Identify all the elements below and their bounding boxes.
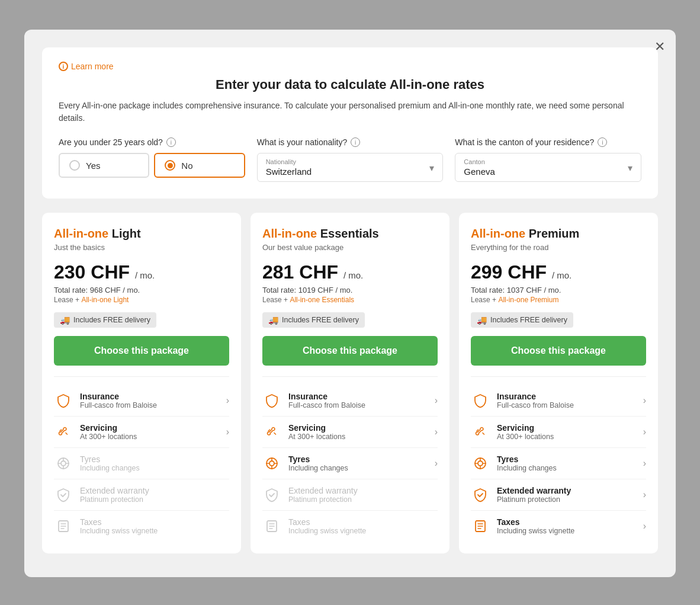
- form-row: Are you under 25 years old? i Yes No: [59, 137, 641, 182]
- feature-text: Extended warranty Platinum protection: [80, 486, 222, 504]
- feature-chevron-icon: ›: [435, 458, 438, 469]
- feature-desc: Including changes: [288, 464, 428, 472]
- close-button[interactable]: ✕: [654, 40, 665, 53]
- canton-dropdown-icon: ▾: [628, 162, 632, 173]
- feature-desc: Full-casco from Baloise: [288, 401, 428, 409]
- canton-select-label: Canton: [464, 158, 632, 165]
- delivery-truck-icon: 🚚: [477, 315, 487, 325]
- nationality-select-label: Nationality: [266, 158, 435, 165]
- feature-item[interactable]: Insurance Full-casco from Baloise ›: [471, 385, 646, 417]
- delivery-truck-icon: 🚚: [268, 315, 278, 325]
- feature-name: Servicing: [497, 423, 636, 433]
- delivery-badge: 🚚 Includes FREE delivery: [54, 312, 156, 328]
- yes-radio-circle: [69, 160, 80, 171]
- package-price: 230 CHF / mo.: [54, 261, 229, 283]
- choose-package-button[interactable]: Choose this package: [54, 336, 229, 366]
- feature-text: Servicing At 300+ locations: [80, 423, 219, 441]
- yes-label: Yes: [86, 161, 100, 171]
- divider: [471, 376, 646, 377]
- package-title: All-in-one Premium: [471, 227, 646, 241]
- lease-label: Lease + All-in-one Light: [54, 296, 229, 304]
- feature-chevron-icon: ›: [643, 458, 646, 469]
- feature-item[interactable]: Servicing At 300+ locations ›: [54, 417, 229, 448]
- canton-select[interactable]: Canton Geneva ▾: [455, 153, 641, 182]
- learn-more-label: Learn more: [71, 62, 114, 71]
- feature-icon-4: [54, 517, 73, 536]
- feature-text: Taxes Including swiss vignette: [80, 517, 222, 535]
- package-price: 299 CHF / mo.: [471, 261, 646, 283]
- data-section: i Learn more Enter your data to calculat…: [42, 47, 658, 199]
- feature-text: Taxes Including swiss vignette: [288, 517, 431, 535]
- lease-link: All-in-one Essentials: [290, 296, 354, 304]
- no-option[interactable]: No: [154, 153, 245, 178]
- age-group: Are you under 25 years old? i Yes No: [59, 137, 245, 178]
- nationality-label: What is your nationality? i: [257, 137, 444, 147]
- feature-name: Insurance: [80, 392, 219, 401]
- feature-item[interactable]: Insurance Full-casco from Baloise ›: [54, 385, 229, 417]
- feature-name: Servicing: [288, 423, 428, 433]
- modal-description: Every All-in-one package includes compre…: [59, 100, 641, 124]
- feature-name: Extended warranty: [288, 486, 431, 495]
- total-rate: Total rate: 1019 CHF / mo.: [262, 286, 438, 295]
- age-info-icon[interactable]: i: [166, 137, 176, 147]
- choose-package-button[interactable]: Choose this package: [262, 336, 438, 366]
- feature-text: Extended warranty Platinum protection: [497, 486, 636, 504]
- feature-desc: Including swiss vignette: [288, 527, 431, 535]
- feature-name: Tyres: [497, 454, 636, 464]
- delivery-text: Includes FREE delivery: [282, 316, 359, 324]
- age-radio-group: Yes No: [59, 153, 245, 178]
- nationality-info-icon[interactable]: i: [351, 137, 360, 147]
- package-subtitle: Everything for the road: [471, 243, 646, 252]
- delivery-badge: 🚚 Includes FREE delivery: [471, 312, 573, 328]
- total-rate: Total rate: 1037 CHF / mo.: [471, 286, 646, 295]
- nationality-select[interactable]: Nationality Switzerland ▾: [257, 153, 444, 182]
- feature-item[interactable]: Taxes Including swiss vignette ›: [471, 511, 646, 542]
- feature-item[interactable]: Insurance Full-casco from Baloise ›: [262, 385, 438, 417]
- feature-item[interactable]: Servicing At 300+ locations ›: [262, 417, 438, 448]
- feature-icon-2: [262, 454, 281, 473]
- feature-chevron-icon: ›: [226, 395, 229, 406]
- delivery-badge: 🚚 Includes FREE delivery: [262, 312, 365, 328]
- nationality-dropdown-icon: ▾: [429, 162, 434, 173]
- feature-text: Insurance Full-casco from Baloise: [497, 392, 636, 409]
- no-radio-circle: [165, 160, 175, 171]
- feature-desc: Including changes: [80, 464, 222, 472]
- info-circle-icon: i: [59, 62, 68, 71]
- modal-title: Enter your data to calculate All-in-one …: [59, 77, 641, 92]
- canton-info-icon[interactable]: i: [598, 137, 607, 147]
- nationality-select-value: Switzerland: [266, 167, 435, 177]
- delivery-text: Includes FREE delivery: [490, 316, 567, 324]
- feature-text: Insurance Full-casco from Baloise: [80, 392, 219, 409]
- feature-icon-0: [54, 391, 73, 410]
- svg-point-7: [478, 461, 483, 466]
- feature-item[interactable]: Servicing At 300+ locations ›: [471, 417, 646, 448]
- feature-icon-3: [262, 485, 281, 504]
- feature-name: Servicing: [80, 423, 219, 433]
- feature-item: Taxes Including swiss vignette: [262, 511, 438, 542]
- price-unit: / mo.: [552, 270, 571, 280]
- feature-icon-1: [262, 422, 281, 441]
- packages-row: All-in-one Light Just the basics 230 CHF…: [42, 213, 658, 553]
- feature-name: Tyres: [288, 454, 428, 464]
- yes-option[interactable]: Yes: [59, 153, 149, 178]
- feature-text: Insurance Full-casco from Baloise: [288, 392, 428, 409]
- nationality-group: What is your nationality? i Nationality …: [257, 137, 444, 182]
- choose-package-button[interactable]: Choose this package: [471, 336, 646, 366]
- feature-icon-2: [54, 454, 73, 473]
- package-title-highlight: All-in-one: [471, 227, 525, 240]
- feature-chevron-icon: ›: [435, 395, 438, 406]
- package-title-highlight: All-in-one: [262, 227, 317, 240]
- feature-chevron-icon: ›: [643, 521, 646, 532]
- package-title-highlight: All-in-one: [54, 227, 108, 240]
- feature-desc: Platinum protection: [288, 495, 431, 504]
- feature-chevron-icon: ›: [226, 427, 229, 437]
- feature-name: Taxes: [288, 517, 431, 527]
- feature-name: Extended warranty: [80, 486, 222, 495]
- feature-item[interactable]: Tyres Including changes ›: [471, 448, 646, 479]
- feature-name: Extended warranty: [497, 486, 636, 495]
- lease-label: Lease + All-in-one Essentials: [262, 296, 438, 304]
- learn-more-link[interactable]: i Learn more: [59, 62, 641, 71]
- feature-item[interactable]: Extended warranty Platinum protection ›: [471, 479, 646, 511]
- lease-label: Lease + All-in-one Premium: [471, 296, 646, 304]
- feature-item[interactable]: Tyres Including changes ›: [262, 448, 438, 479]
